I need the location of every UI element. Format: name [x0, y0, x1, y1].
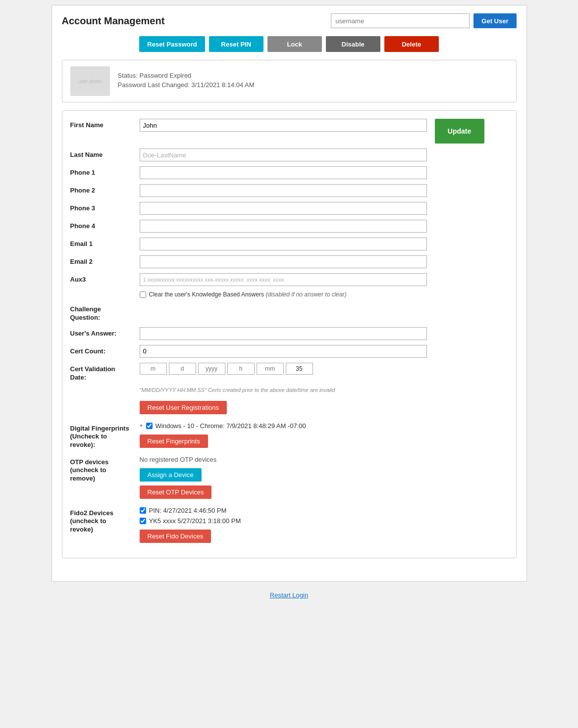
fido2-devices-content: PIN: 4/27/2021 4:46:50 PM YK5 xxxx 5/27/…	[140, 507, 508, 545]
lock-button[interactable]: Lock	[267, 36, 322, 52]
fido2-item1: PIN: 4/27/2021 4:46:50 PM	[140, 507, 508, 514]
cert-count-label: Cert Count:	[70, 345, 140, 356]
cert-date-yyyy[interactable]	[198, 363, 225, 375]
email1-input[interactable]	[140, 238, 427, 250]
otp-devices-row: OTP devices(uncheck toremove) No registe…	[70, 456, 508, 501]
cert-date-ss[interactable]	[286, 363, 313, 375]
digital-fingerprints-label: Digital Fingerprints(Uncheck torevoke):	[70, 422, 140, 450]
password-changed-line: Password Last Changed: 3/11/2021 8:14:04…	[118, 81, 255, 89]
fido2-checkbox-2[interactable]	[140, 518, 146, 524]
phone2-input[interactable]	[140, 184, 427, 197]
assign-device-button[interactable]: Assign a Device	[140, 468, 202, 482]
status-card: user photo Status: Password Expired Pass…	[62, 60, 517, 102]
last-name-row: Last Name	[70, 148, 508, 161]
email2-row: Email 2	[70, 255, 508, 268]
page-title: Account Management	[62, 15, 165, 27]
avatar: user photo	[70, 66, 110, 96]
page-footer: Restart Login	[270, 591, 308, 599]
fido2-label-2: YK5 xxxx 5/27/2021 3:18:00 PM	[149, 517, 241, 525]
no-otp-devices-text: No registered OTP devices	[140, 456, 508, 463]
expand-fingerprint-button[interactable]: +	[140, 422, 143, 429]
last-name-input[interactable]	[140, 148, 427, 161]
restart-login-link[interactable]: Restart Login	[270, 591, 308, 599]
phone1-input[interactable]	[140, 166, 427, 179]
cert-validation-label: Cert ValidationDate:	[70, 363, 140, 382]
status-line: Status: Password Expired	[118, 72, 255, 79]
reset-registrations-area: Reset User Registrations	[140, 399, 508, 416]
cert-date-row	[140, 363, 313, 375]
first-name-label: First Name	[70, 119, 140, 130]
reset-pin-button[interactable]: Reset PIN	[209, 36, 263, 52]
update-btn-area: Update	[435, 119, 484, 144]
phone2-label: Phone 2	[70, 184, 140, 195]
cert-date-hint: "MM/DD/YYYY HH:MM:SS" Certs created prio…	[140, 387, 508, 393]
header: Account Management Get User	[62, 13, 517, 28]
digital-fingerprints-content: + Windows - 10 - Chrome: 7/9/2021 8:48:2…	[140, 422, 508, 450]
otp-devices-label: OTP devices(uncheck toremove)	[70, 456, 140, 484]
phone4-row: Phone 4	[70, 220, 508, 233]
challenge-question-label: ChallengeQuestion:	[70, 303, 140, 322]
phone1-label: Phone 1	[70, 166, 140, 177]
reset-password-button[interactable]: Reset Password	[139, 36, 205, 52]
cert-date-dd[interactable]	[169, 363, 196, 375]
users-answer-input[interactable]	[140, 327, 427, 340]
fingerprint-label: Windows - 10 - Chrome: 7/9/2021 8:48:29 …	[156, 422, 306, 430]
delete-button[interactable]: Delete	[384, 36, 439, 52]
email2-input[interactable]	[140, 255, 427, 268]
reset-user-registrations-button[interactable]: Reset User Registrations	[140, 401, 227, 414]
reset-fingerprints-button[interactable]: Reset Fingerprints	[140, 435, 208, 448]
cert-count-input[interactable]	[140, 345, 427, 358]
fido2-devices-row: Fido2 Devices(uncheck torevoke) PIN: 4/2…	[70, 507, 508, 545]
cert-count-row: Cert Count:	[70, 345, 508, 358]
users-answer-label: User's Answer:	[70, 327, 140, 338]
aux3-input[interactable]	[140, 273, 427, 286]
digital-fingerprints-row: Digital Fingerprints(Uncheck torevoke): …	[70, 422, 508, 450]
reset-fido-devices-button[interactable]: Reset Fido Devices	[140, 530, 211, 543]
phone4-label: Phone 4	[70, 220, 140, 231]
phone3-row: Phone 3	[70, 202, 508, 215]
otp-devices-content: No registered OTP devices Assign a Devic…	[140, 456, 508, 501]
aux3-label: Aux3	[70, 273, 140, 284]
aux3-row: Aux3	[70, 273, 508, 286]
avatar-label: user photo	[78, 79, 102, 84]
email1-row: Email 1	[70, 238, 508, 250]
cert-date-mm2[interactable]	[257, 363, 284, 375]
phone4-input[interactable]	[140, 220, 427, 233]
fido2-devices-label: Fido2 Devices(uncheck torevoke)	[70, 507, 140, 534]
first-name-row: First Name Update	[70, 119, 508, 144]
clear-kba-checkbox[interactable]	[140, 291, 146, 298]
cert-date-mm[interactable]	[140, 363, 167, 375]
status-info: Status: Password Expired Password Last C…	[118, 72, 255, 91]
search-input[interactable]	[331, 13, 470, 28]
fido2-label-1: PIN: 4/27/2021 4:46:50 PM	[149, 507, 227, 514]
phone2-row: Phone 2	[70, 184, 508, 197]
cert-validation-row: Cert ValidationDate:	[70, 363, 508, 382]
reset-otp-devices-button[interactable]: Reset OTP Devices	[140, 485, 212, 499]
email2-label: Email 2	[70, 255, 140, 266]
main-form: First Name Update Last Name Phone 1 Phon…	[62, 110, 517, 558]
users-answer-row: User's Answer:	[70, 327, 508, 340]
last-name-label: Last Name	[70, 148, 140, 159]
first-name-input[interactable]	[140, 119, 427, 132]
disable-button[interactable]: Disable	[326, 36, 380, 52]
challenge-question-row: ChallengeQuestion:	[70, 303, 508, 322]
fingerprint-checkbox[interactable]	[146, 423, 153, 429]
header-controls: Get User	[331, 13, 516, 28]
fido2-item2: YK5 xxxx 5/27/2021 3:18:00 PM	[140, 517, 508, 525]
phone1-row: Phone 1	[70, 166, 508, 179]
phone3-input[interactable]	[140, 202, 427, 215]
update-button[interactable]: Update	[435, 119, 484, 144]
phone3-label: Phone 3	[70, 202, 140, 213]
get-user-button[interactable]: Get User	[473, 13, 516, 28]
cert-date-hh[interactable]	[227, 363, 255, 375]
fido2-checkbox-1[interactable]	[140, 507, 146, 514]
clear-kba-label: Clear the user's Knowledge Based Answers…	[149, 291, 347, 298]
page-wrapper: Account Management Get User Reset Passwo…	[52, 5, 527, 582]
action-bar: Reset Password Reset PIN Lock Disable De…	[62, 36, 517, 52]
clear-kba-row: Clear the user's Knowledge Based Answers…	[140, 291, 508, 298]
fingerprint-item: + Windows - 10 - Chrome: 7/9/2021 8:48:2…	[140, 422, 508, 430]
email1-label: Email 1	[70, 238, 140, 248]
